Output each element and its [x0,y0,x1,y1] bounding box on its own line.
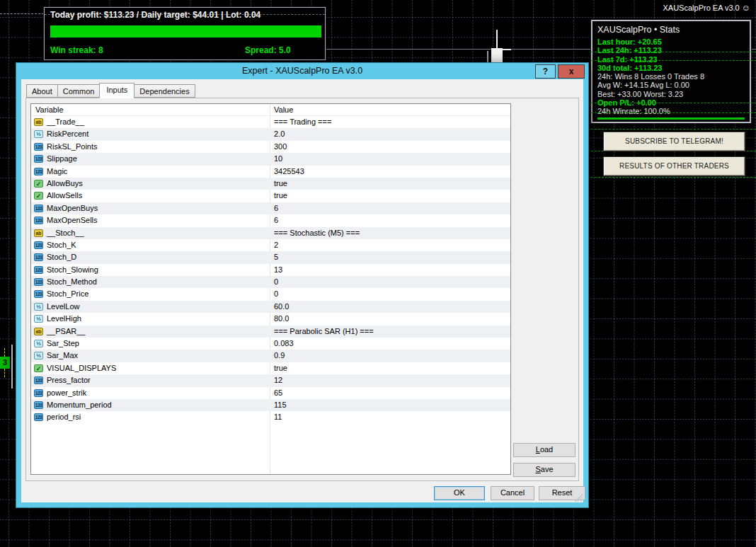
candle-wick-small [487,51,488,63]
param-name: AllowBuys [47,178,83,190]
param-value[interactable]: 5 [274,251,278,263]
param-value[interactable]: 65 [274,387,282,399]
param-value[interactable]: 11 [274,411,282,423]
save-button[interactable]: Save [513,463,575,477]
param-row-Press_factor[interactable]: 123Press_factor12 [31,374,510,386]
int-type-icon: 123 [34,290,43,298]
int-type-icon: 123 [34,217,43,224]
param-row-__Stoch__[interactable]: ab__Stoch__=== Stochastic (M5) === [31,227,510,239]
param-row-Sar_Step[interactable]: ½Sar_Step0.083 [31,338,510,350]
param-value[interactable]: 0 [274,288,278,300]
price-marker-badge: 3 [0,357,10,369]
param-value[interactable]: 3425543 [274,166,304,178]
param-row-MaxOpenSells[interactable]: 123MaxOpenSells6 [31,214,510,226]
param-value[interactable]: === Trading === [274,116,331,128]
int-type-icon: 123 [34,401,43,409]
param-value[interactable]: 2 [274,239,278,251]
param-value[interactable]: 0 [274,276,278,288]
int-type-icon: 123 [34,168,43,175]
param-value[interactable]: 60.0 [274,301,289,313]
yellow-dash-line [4,369,5,377]
param-value[interactable]: true [274,178,287,190]
param-row-MaxOpenBuys[interactable]: 123MaxOpenBuys6 [31,202,510,214]
param-row-__Trade__[interactable]: ab__Trade__=== Trading === [31,116,510,128]
param-row-Magic[interactable]: 123Magic3425543 [31,166,510,178]
param-row-Momentum_period[interactable]: 123Momentum_period115 [31,399,510,411]
str-type-icon: ab [34,229,43,237]
param-row-VISUAL_DISPLAYS[interactable]: ✓VISUAL_DISPLAYStrue [31,362,510,374]
param-value[interactable]: 6 [274,202,278,214]
param-value[interactable]: 13 [274,264,282,276]
dialog-client-area: AboutCommonInputsDependencies Variable V… [21,79,583,502]
param-name: Sar_Step [47,338,79,350]
param-name: __Trade__ [47,116,84,128]
load-button[interactable]: Load [513,443,575,457]
param-name: Stoch_Price [47,288,88,300]
param-row-power_strik[interactable]: 123power_strik65 [31,387,510,399]
table-rows: ab__Trade__=== Trading ===½RiskPercent2.… [31,116,510,424]
param-row-Sar_Max[interactable]: ½Sar_Max0.9 [31,350,510,362]
stats-title: XAUScalpPro • Stats [597,25,745,35]
param-name: RiskSL_Points [47,141,98,153]
param-name: MaxOpenBuys [47,202,98,214]
param-value[interactable]: 0.9 [274,350,285,362]
param-row-LevelHigh[interactable]: ½LevelHigh80.0 [31,313,510,325]
tab-about[interactable]: About [26,84,58,98]
param-value[interactable]: true [274,190,287,202]
stats-line: Last 7d: +113.23 [597,55,745,64]
param-row-period_rsi[interactable]: 123period_rsi11 [31,411,510,423]
tab-inputs[interactable]: Inputs [99,83,134,98]
int-type-icon: 123 [34,205,43,212]
resize-grip[interactable] [575,494,583,502]
param-value[interactable]: 300 [274,141,287,153]
dbl-type-icon: ½ [34,303,43,311]
param-value[interactable]: === Parabolic SAR (H1) === [274,326,374,338]
subscribe-telegram-button[interactable]: SUBSCRIBE TO TELEGRAM! [604,132,745,151]
ok-button[interactable]: OK [434,486,485,500]
param-row-Stoch_Slowing[interactable]: 123Stoch_Slowing13 [31,264,510,276]
bool-type-icon: ✓ [34,180,43,188]
open-pl-label: Open P/L: +0.00 [597,98,745,107]
param-row-RiskPercent[interactable]: ½RiskPercent2.0 [31,128,510,140]
param-value[interactable]: 2.0 [274,128,285,140]
param-value[interactable]: 6 [274,214,278,226]
int-type-icon: 123 [34,413,43,421]
param-row-Stoch_Price[interactable]: 123Stoch_Price0 [31,288,510,300]
help-button[interactable]: ? [535,64,556,79]
param-value[interactable]: === Stochastic (M5) === [274,227,360,239]
param-row-Stoch_K[interactable]: 123Stoch_K2 [31,239,510,251]
param-row-RiskSL_Points[interactable]: 123RiskSL_Points300 [31,141,510,153]
column-header-value: Value [274,104,293,116]
param-row-Stoch_Method[interactable]: 123Stoch_Method0 [31,276,510,288]
param-name: Momentum_period [47,399,112,411]
int-type-icon: 123 [34,278,43,286]
stats-panel: XAUScalpPro • Stats Last hour: +20.65Las… [591,20,751,123]
str-type-icon: ab [34,328,43,335]
results-other-traders-button[interactable]: RESULTS OF OTHER TRADERS [604,157,745,175]
dashed-level-line [0,13,44,14]
param-name: MaxOpenSells [47,214,98,226]
param-name: __Stoch__ [47,227,84,239]
param-name: Sar_Max [47,350,78,362]
close-button[interactable]: x [558,64,585,79]
expert-properties-dialog: Expert - XAUScalpPro EA v3.0 ? x AboutCo… [16,62,589,508]
param-row-AllowSells[interactable]: ✓AllowSellstrue [31,190,510,202]
cancel-button[interactable]: Cancel [491,486,534,500]
candlestick [491,48,503,63]
param-row-Slippage[interactable]: 123Slippage10 [31,153,510,165]
param-row-AllowBuys[interactable]: ✓AllowBuystrue [31,178,510,190]
param-name: LevelHigh [47,313,81,325]
param-value[interactable]: 115 [274,399,287,411]
param-value[interactable]: true [274,362,287,374]
param-row-__PSAR__[interactable]: ab__PSAR__=== Parabolic SAR (H1) === [31,326,510,338]
param-value[interactable]: 0.083 [274,338,294,350]
param-value[interactable]: 12 [274,374,282,386]
param-value[interactable]: 10 [274,153,282,165]
param-row-LevelLow[interactable]: ½LevelLow60.0 [31,301,510,313]
param-row-Stoch_D[interactable]: 123Stoch_D5 [31,251,510,263]
yellow-dash-line [4,348,5,357]
stats-white-lines: 24h: Wins 8 Losses 0 Trades 8Avg W: +14.… [597,72,745,98]
param-value[interactable]: 80.0 [274,313,289,325]
tab-common[interactable]: Common [57,84,101,98]
tab-dependencies[interactable]: Dependencies [134,84,195,98]
